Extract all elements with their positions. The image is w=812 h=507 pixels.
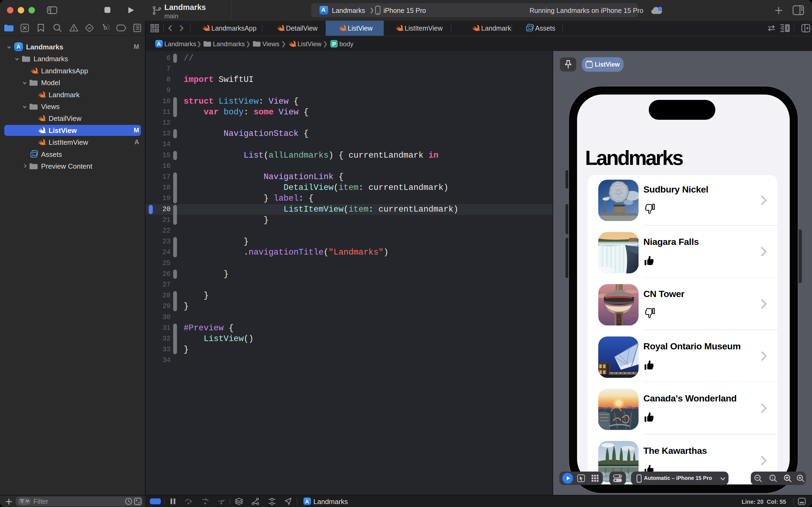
svg-text:1: 1 [772,476,774,480]
